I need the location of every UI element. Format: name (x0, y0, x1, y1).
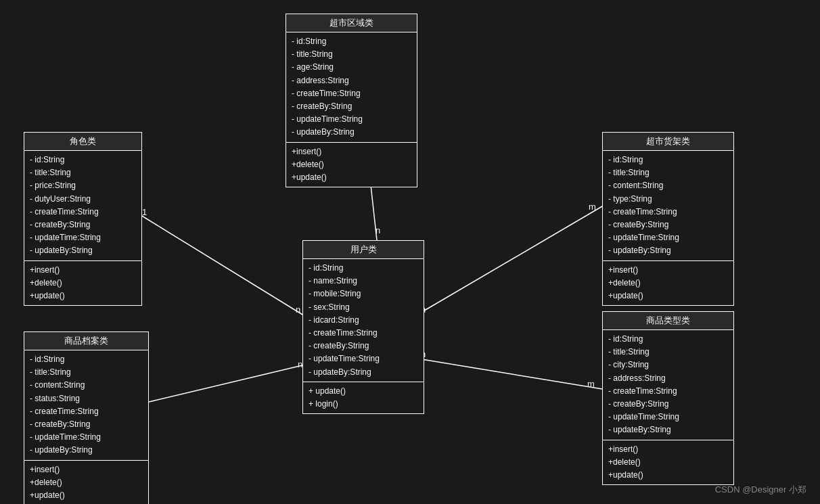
svg-text:1: 1 (142, 207, 147, 217)
goods-archive-methods: +insert() +delete() +update() (24, 461, 148, 505)
goods-type-fields: - id:String - title:String - city:String… (603, 330, 733, 440)
user-title: 用户类 (303, 241, 424, 259)
svg-text:n: n (296, 304, 300, 315)
role-class: 角色类 - id:String - title:String - price:S… (24, 132, 142, 306)
goods-archive-class: 商品档案类 - id:String - title:String - conte… (24, 331, 149, 504)
supermarket-area-methods: +insert() +delete() +update() (286, 143, 417, 187)
role-title: 角色类 (24, 133, 141, 151)
svg-line-3 (132, 210, 302, 315)
shelf-fields: - id:String - title:String - content:Str… (603, 151, 733, 261)
watermark: CSDN @Designer 小郑 (715, 484, 806, 496)
svg-text:m: m (589, 202, 596, 212)
svg-text:m: m (587, 379, 595, 389)
shelf-methods: +insert() +delete() +update() (603, 261, 733, 306)
svg-line-12 (417, 359, 602, 389)
supermarket-area-class: 超市区域类 - id:String - title:String - age:S… (286, 14, 417, 187)
user-fields: - id:String - name:String - mobile:Strin… (303, 259, 424, 382)
shelf-title: 超市货架类 (603, 133, 733, 151)
svg-line-6 (417, 206, 602, 315)
role-methods: +insert() +delete() +update() (24, 261, 141, 306)
supermarket-area-fields: - id:String - title:String - age:String … (286, 32, 417, 143)
shelf-class: 超市货架类 - id:String - title:String - conte… (602, 132, 734, 306)
goods-archive-title: 商品档案类 (24, 332, 148, 350)
user-class: 用户类 - id:String - name:String - mobile:S… (302, 240, 424, 414)
user-methods: + update() + login() (303, 382, 424, 413)
goods-type-class: 商品类型类 - id:String - title:String - city:… (602, 311, 734, 485)
svg-text:n: n (375, 225, 380, 235)
goods-archive-fields: - id:String - title:String - content:Str… (24, 350, 148, 461)
svg-line-9 (132, 365, 302, 406)
goods-type-title: 商品类型类 (603, 312, 733, 330)
supermarket-area-title: 超市区域类 (286, 14, 417, 32)
goods-type-methods: +insert() +delete() +update() (603, 440, 733, 485)
role-fields: - id:String - title:String - price:Strin… (24, 151, 141, 261)
